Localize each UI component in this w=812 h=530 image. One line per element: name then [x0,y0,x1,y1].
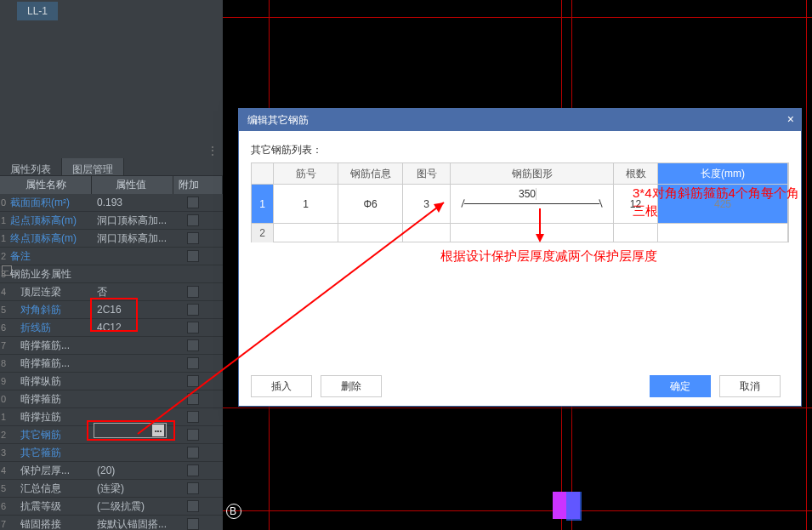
prop-name: 其它钢筋 [7,428,94,442]
row-index: 1 [252,185,274,223]
property-row[interactable]: 3其它箍筋 [0,444,223,462]
checkbox[interactable] [187,322,199,333]
row-idx: 9 [0,376,7,386]
prop-name: 终点顶标高(m) [7,231,94,246]
property-row[interactable]: 0暗撑箍筋 [0,390,223,408]
left-panel: LL-1 ⋮ 属性列表 图层管理 属性名称 属性值 附加 − 0截面面积(m²)… [0,0,223,530]
shape-value: 350 [519,188,537,200]
prop-value[interactable]: (20) [94,464,172,476]
checkbox[interactable] [187,197,199,208]
checkbox[interactable] [187,304,199,316]
panel-menu-icon[interactable]: ⋮ [207,145,218,157]
prop-value[interactable]: 按默认锚固搭... [94,517,172,531]
prop-value[interactable]: 否 [94,285,172,299]
property-row[interactable]: 7锚固搭接按默认锚固搭... [0,516,223,530]
col-number[interactable]: 筋号 [274,163,338,184]
checkbox[interactable] [187,447,199,459]
prop-name: 抗震等级 [7,499,94,514]
property-row[interactable]: 0截面面积(m²)0.193 [0,194,223,212]
cell-number[interactable]: 1 [274,185,338,223]
col-info[interactable]: 钢筋信息 [338,163,403,184]
prop-value[interactable]: (连梁) [94,482,172,496]
annotation-box-1 [90,298,138,332]
grid-row-2[interactable]: 2 [252,223,788,242]
cancel-button[interactable]: 取消 [719,375,781,397]
row-idx: 3 [0,447,7,458]
col-shape[interactable]: 钢筋图形 [451,163,614,184]
ll-tag[interactable]: LL-1 [17,2,58,20]
prop-name: 暗撑箍筋 [7,392,94,407]
dialog-title-bar[interactable]: 编辑其它钢筋 × [239,109,801,131]
prop-name: 顶层连梁 [7,285,94,299]
row-idx: 4 [0,287,7,297]
property-row[interactable]: 6抗震等级(二级抗震) [0,498,223,516]
checkbox[interactable] [187,214,199,226]
row-idx: 4 [0,465,7,476]
property-row[interactable]: 3钢筋业务属性 [0,265,223,283]
checkbox[interactable] [187,411,199,423]
rebar-grid: 筋号 钢筋信息 图号 钢筋图形 根数 长度(mm) 1 1 Φ6 3 350 1… [251,162,789,242]
checkbox[interactable] [187,429,199,441]
other-rebar-input[interactable] [94,423,167,438]
row-index: 2 [252,224,274,242]
row-idx: 7 [0,340,7,350]
close-icon[interactable]: × [787,112,794,126]
property-row[interactable]: 2备注 [0,248,223,265]
checkbox[interactable] [187,232,199,244]
prop-value[interactable]: 洞口顶标高加... [94,231,172,246]
property-rows: 0截面面积(m²)0.1931起点顶标高(m)洞口顶标高加...1终点顶标高(m… [0,194,223,530]
checkbox[interactable] [187,464,199,476]
prop-name: 截面面积(m²) [7,196,94,210]
prop-name: 折线筋 [7,321,94,335]
prop-name: 暗撑纵筋 [7,374,94,389]
insert-button[interactable]: 插入 [251,375,312,397]
row-idx: 1 [0,215,7,225]
checkbox[interactable] [187,286,199,298]
prop-name: 保护层厚... [7,464,94,478]
property-row[interactable]: 5汇总信息(连梁) [0,480,223,498]
prop-value[interactable]: 洞口顶标高加... [94,214,172,228]
point-b-label: B [230,505,236,517]
cell-info[interactable]: Φ6 [338,185,403,223]
checkbox[interactable] [187,393,199,405]
header-value: 属性值 [92,176,173,194]
checkbox[interactable] [187,339,199,351]
prop-name: 汇总信息 [7,482,94,496]
cell-shape[interactable]: 350 [451,185,614,223]
ok-button[interactable]: 确定 [650,375,711,397]
prop-name: 钢筋业务属性 [7,267,94,282]
checkbox[interactable] [187,375,199,387]
prop-name: 备注 [7,249,94,264]
prop-name: 起点顶标高(m) [7,214,94,228]
row-idx: 0 [0,197,7,208]
col-length[interactable]: 长度(mm) [658,163,788,184]
cell-count[interactable]: 12 [614,185,658,223]
property-row[interactable]: 1起点顶标高(m)洞口顶标高加... [0,212,223,230]
property-row[interactable]: 9暗撑纵筋 [0,373,223,390]
property-row[interactable]: 4保护层厚...(20) [0,462,223,480]
cell-length[interactable]: 425 [658,185,788,223]
checkbox[interactable] [187,518,199,530]
cell-fig[interactable]: 3 [403,185,451,223]
checkbox[interactable] [187,250,199,262]
row-idx: 3 [0,269,7,279]
checkbox[interactable] [187,500,199,512]
delete-button[interactable]: 删除 [321,375,382,397]
prop-name: 暗撑箍筋... [7,356,94,371]
property-row[interactable]: 1终点顶标高(m)洞口顶标高加... [0,230,223,248]
checkbox[interactable] [187,482,199,494]
prop-name: 暗撑拉筋 [7,410,94,425]
selection-marker-2[interactable] [566,492,582,521]
row-idx: 1 [0,412,7,422]
grid-row-1[interactable]: 1 1 Φ6 3 350 12 425 [252,184,788,223]
checkbox[interactable] [187,357,199,369]
property-row[interactable]: 7暗撑箍筋... [0,337,223,355]
prop-value[interactable]: (二级抗震) [94,499,172,514]
row-idx: 6 [0,501,7,511]
col-fig[interactable]: 图号 [403,163,451,184]
list-label: 其它钢筋列表： [239,131,801,162]
prop-value[interactable]: 0.193 [94,197,172,208]
property-row[interactable]: 8暗撑箍筋... [0,355,223,373]
col-count[interactable]: 根数 [614,163,658,184]
prop-name: 锚固搭接 [7,517,94,531]
